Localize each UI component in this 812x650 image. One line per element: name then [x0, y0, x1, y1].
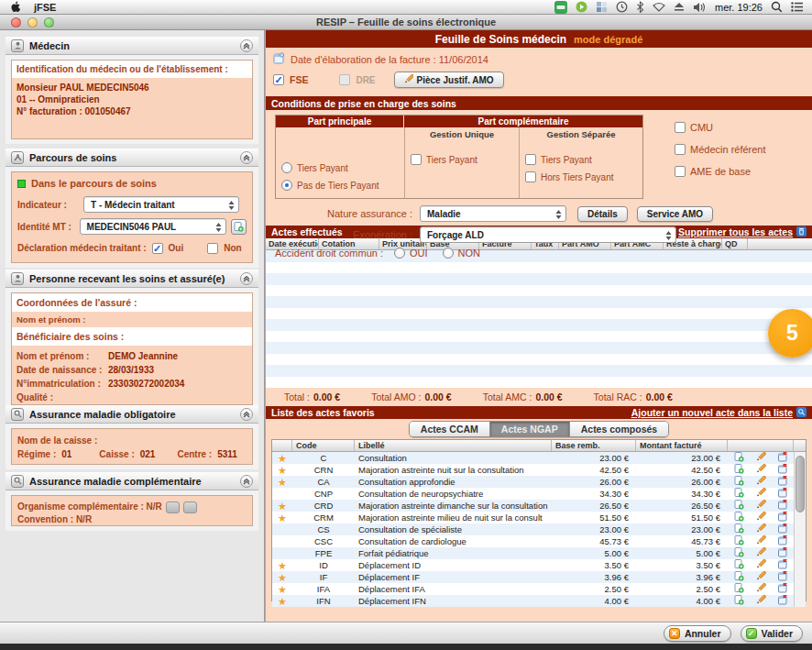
col-base-remb[interactable]: Base remb.	[552, 440, 636, 451]
gs-hors-tiers-payant-checkbox[interactable]: ✓	[525, 171, 536, 182]
calendar-act-icon[interactable]	[772, 583, 794, 595]
gu-tiers-payant-checkbox[interactable]: ✓	[411, 154, 422, 165]
favorite-star-icon[interactable]: ★	[272, 561, 292, 570]
pas-tiers-payant-radio[interactable]	[281, 180, 292, 191]
collapse-amc-button[interactable]	[240, 475, 253, 488]
volume-icon[interactable]	[693, 1, 707, 14]
favoris-row[interactable]: ★IDDéplacement ID3.50 €3.50 €	[272, 559, 806, 571]
edit-act-icon[interactable]	[750, 512, 772, 523]
details-button[interactable]: Détails	[577, 206, 628, 222]
edit-act-icon[interactable]	[750, 583, 772, 595]
edit-act-icon[interactable]	[750, 452, 772, 464]
accident-oui-radio[interactable]	[394, 248, 405, 259]
exoneration-select[interactable]: Forçage ALD	[420, 226, 676, 243]
favoris-row[interactable]: CSConsultation de spécialiste23.00 €23.0…	[272, 523, 806, 535]
eject-icon[interactable]	[674, 1, 685, 14]
favoris-scrollbar-thumb[interactable]	[796, 456, 805, 512]
collapse-personne-button[interactable]	[240, 272, 253, 285]
favoris-row[interactable]: ★CRDMajoration astreinte dimanche sur la…	[272, 500, 806, 512]
favoris-row[interactable]: ★CRNMajoration astreinte nuit sur la con…	[272, 464, 806, 476]
favoris-row[interactable]: FPEForfait pédiatrique5.00 €5.00 €	[272, 547, 806, 559]
favorite-star-icon[interactable]: ★	[272, 466, 292, 475]
calendar-act-icon[interactable]	[772, 512, 794, 523]
calendar-act-icon[interactable]	[772, 559, 794, 571]
add-mt-button[interactable]	[231, 219, 247, 235]
spotlight-icon[interactable]	[771, 1, 783, 14]
cancel-button[interactable]: ✕ Annuler	[664, 625, 731, 642]
favoris-row[interactable]: ★IFNDéplacement IFN4.00 €4.00 €	[272, 595, 806, 607]
favorite-star-icon[interactable]: ★	[272, 585, 292, 594]
gs-tiers-payant-checkbox[interactable]: ✓	[525, 154, 536, 165]
add-act-icon[interactable]	[728, 547, 750, 559]
calendar-act-icon[interactable]	[772, 500, 794, 512]
edit-act-icon[interactable]	[750, 476, 772, 488]
add-act-icon[interactable]	[728, 583, 750, 595]
bluetooth-icon[interactable]	[636, 1, 644, 14]
tab-actes-composes[interactable]: Actes composés	[570, 422, 668, 436]
add-act-icon[interactable]	[728, 500, 750, 512]
col-code[interactable]: Code	[292, 440, 355, 451]
nature-assurance-select[interactable]: Maladie	[420, 205, 566, 222]
add-act-icon[interactable]	[728, 571, 750, 583]
tab-actes-ccam[interactable]: Actes CCAM	[410, 422, 490, 436]
edit-act-icon[interactable]	[750, 488, 772, 500]
indicateur-select[interactable]: T - Médecin traitant	[83, 196, 239, 213]
declaration-oui-checkbox[interactable]: ✓	[152, 243, 163, 254]
edit-act-icon[interactable]	[750, 500, 772, 512]
accident-non-radio[interactable]	[443, 248, 454, 259]
favoris-row[interactable]: ★IFADéplacement IFA2.50 €2.50 €	[272, 583, 806, 595]
add-act-icon[interactable]	[728, 452, 750, 464]
apple-menu-icon[interactable]	[11, 1, 21, 14]
grid-status-icon[interactable]	[596, 1, 608, 14]
wifi-icon[interactable]	[653, 1, 665, 14]
calendar-act-icon[interactable]	[772, 523, 794, 535]
window-titlebar[interactable]: RESIP – Feuille de soins électronique	[0, 15, 812, 30]
favoris-row[interactable]: ★IFDéplacement IF3.96 €3.96 €	[272, 571, 806, 583]
calendar-act-icon[interactable]	[772, 571, 794, 583]
identite-mt-select[interactable]: MEDECIN5046 PAUL	[80, 218, 226, 235]
search-act-icon[interactable]	[796, 407, 807, 419]
medecin-referent-checkbox[interactable]: ✓	[675, 144, 686, 155]
amc-lookup-button[interactable]	[166, 501, 180, 513]
calendar-act-icon[interactable]	[772, 476, 794, 488]
favorite-star-icon[interactable]: ★	[272, 513, 292, 523]
favoris-row[interactable]: ★CRMMajoration astreinte milieu de nuit …	[272, 512, 806, 523]
play-status-icon[interactable]	[576, 1, 587, 14]
edit-act-icon[interactable]	[750, 535, 772, 547]
calendar-act-icon[interactable]	[772, 464, 794, 476]
add-act-icon[interactable]	[728, 595, 750, 607]
edit-act-icon[interactable]	[750, 523, 772, 535]
favorite-star-icon[interactable]: ★	[272, 501, 292, 511]
edit-act-icon[interactable]	[750, 571, 772, 583]
favorite-star-icon[interactable]: ★	[272, 597, 292, 606]
favoris-row[interactable]: CSCConsultation de cardiologue45.73 €45.…	[272, 535, 806, 547]
add-act-icon[interactable]	[728, 559, 750, 571]
timemachine-icon[interactable]	[616, 1, 628, 14]
edit-act-icon[interactable]	[750, 559, 772, 571]
calendar-act-icon[interactable]	[772, 452, 794, 464]
service-amo-button[interactable]: Service AMO	[637, 206, 713, 222]
favorite-star-icon[interactable]: ★	[272, 478, 292, 487]
calendar-act-icon[interactable]	[772, 535, 794, 547]
add-act-icon[interactable]	[728, 535, 750, 547]
favoris-row[interactable]: ★CAConsultation approfondie26.00 €26.00 …	[272, 476, 806, 488]
cmu-checkbox[interactable]: ✓	[675, 122, 686, 133]
ame-checkbox[interactable]: ✓	[675, 166, 686, 177]
piece-justif-amo-button[interactable]: Pièce Justif. AMO	[394, 72, 504, 88]
fse-checkbox[interactable]: ✓	[273, 74, 284, 85]
add-act-icon[interactable]	[728, 488, 750, 500]
favoris-row[interactable]: CNPConsultation de neuropsychiatre34.30 …	[272, 488, 806, 500]
notification-list-icon[interactable]	[791, 1, 803, 14]
add-act-icon[interactable]	[728, 464, 750, 476]
favoris-scrollbar[interactable]	[794, 452, 806, 607]
calendar-act-icon[interactable]	[772, 488, 794, 500]
favorite-star-icon[interactable]: ★	[272, 573, 292, 582]
add-act-icon[interactable]	[728, 476, 750, 488]
otp-status-icon[interactable]	[554, 1, 567, 14]
calendar-act-icon[interactable]	[772, 547, 794, 559]
add-act-icon[interactable]	[728, 512, 750, 523]
edit-act-icon[interactable]	[750, 547, 772, 559]
menubar-clock[interactable]: mer. 19:26	[715, 2, 763, 13]
tiers-payant-radio[interactable]	[281, 162, 292, 173]
col-montant-facture[interactable]: Montant facturé	[636, 440, 728, 451]
